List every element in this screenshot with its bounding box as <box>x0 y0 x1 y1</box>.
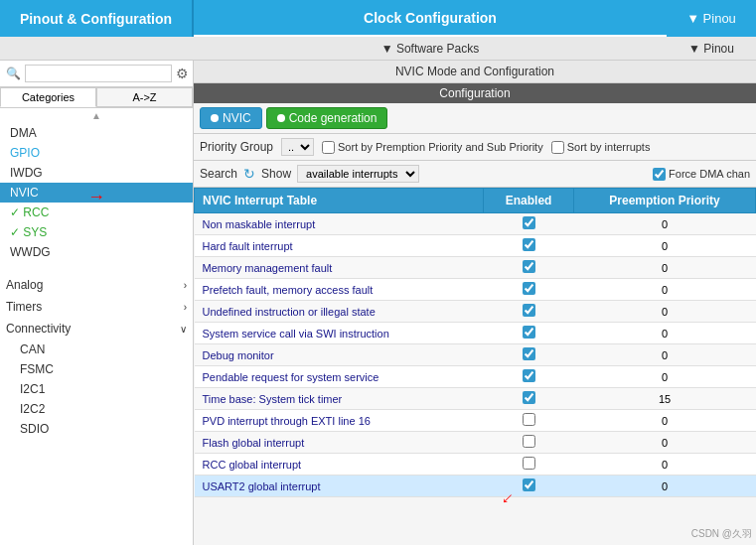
sort-interrupts-checkbox[interactable] <box>551 141 564 154</box>
enabled-checkbox[interactable] <box>523 304 535 317</box>
interrupt-name[interactable]: Non maskable interrupt <box>195 213 484 235</box>
main-layout: 🔍 ⚙ Categories A->Z ▲ DMA GPIO IWDG NVIC… <box>0 61 756 545</box>
clock-tab[interactable]: Clock Configuration <box>194 0 667 37</box>
sidebar-item-i2c2[interactable]: I2C2 <box>10 399 193 419</box>
refresh-icon[interactable]: ↻ <box>243 166 255 182</box>
interrupt-name[interactable]: Undefined instruction or illegal state <box>195 301 484 323</box>
enabled-cell[interactable] <box>484 454 574 476</box>
show-select[interactable]: available interrupts all interrupts <box>297 165 419 183</box>
software-packs-button[interactable]: ▼ Software Packs <box>194 37 667 60</box>
interrupt-name[interactable]: Time base: System tick timer <box>195 388 484 410</box>
sidebar-item-nvic[interactable]: NVIC <box>0 183 193 203</box>
interrupt-name[interactable]: Pendable request for system service <box>195 366 484 388</box>
content-area: NVIC Mode and Configuration Configuratio… <box>194 61 756 545</box>
table-row: Non maskable interrupt0 <box>195 213 756 235</box>
sidebar-item-fsmc[interactable]: FSMC <box>10 359 193 379</box>
sidebar-item-sdio[interactable]: SDIO <box>10 419 193 439</box>
connectivity-arrow-icon: ∨ <box>180 324 187 335</box>
table-row: USART2 global interrupt0 <box>195 476 756 497</box>
enabled-cell[interactable] <box>484 476 574 497</box>
enabled-checkbox[interactable] <box>523 260 535 273</box>
table-body: Non maskable interrupt0Hard fault interr… <box>195 213 756 497</box>
sidebar-group-connectivity[interactable]: Connectivity ∨ <box>0 318 193 340</box>
enabled-cell[interactable] <box>484 213 574 235</box>
sidebar-item-iwdg[interactable]: IWDG <box>0 163 193 183</box>
search-icon: 🔍 <box>6 67 21 80</box>
force-dma-check[interactable]: Force DMA chan <box>653 168 750 181</box>
enabled-checkbox[interactable] <box>523 457 535 470</box>
content-title: NVIC Mode and Configuration <box>194 61 756 83</box>
enabled-cell[interactable] <box>484 279 574 301</box>
table-row: Hard fault interrupt0 <box>195 235 756 257</box>
enabled-cell[interactable] <box>484 257 574 279</box>
connectivity-label: Connectivity <box>6 322 71 336</box>
table-header-row: NVIC Interrupt Table Enabled Preemption … <box>195 189 756 213</box>
sort-interrupts-check[interactable]: Sort by interrupts <box>551 141 651 154</box>
config-bar: Configuration <box>194 83 756 103</box>
tab-code-gen[interactable]: Code generation <box>266 107 388 129</box>
interrupt-name[interactable]: RCC global interrupt <box>195 454 484 476</box>
clock-label: Clock Configuration <box>364 10 497 26</box>
gear-icon[interactable]: ⚙ <box>176 66 189 81</box>
priority-group-select[interactable]: .. <box>281 138 314 156</box>
sort-premption-checkbox[interactable] <box>322 141 335 154</box>
interrupt-name[interactable]: Debug monitor <box>195 344 484 366</box>
interrupt-name[interactable]: Prefetch fault, memory access fault <box>195 279 484 301</box>
search-input[interactable] <box>25 65 172 82</box>
enabled-cell[interactable] <box>484 432 574 454</box>
sidebar-group-analog[interactable]: Analog › <box>0 274 193 296</box>
priority-cell: 0 <box>574 235 756 257</box>
enabled-cell[interactable] <box>484 301 574 323</box>
sidebar-item-wwdg[interactable]: WWDG <box>0 242 193 262</box>
interrupt-name[interactable]: Memory management fault <box>195 257 484 279</box>
table-wrapper: NVIC Interrupt Table Enabled Preemption … <box>194 188 756 545</box>
codegen-tab-label: Code generation <box>289 111 378 125</box>
sidebar-item-i2c1[interactable]: I2C1 <box>10 379 193 399</box>
enabled-cell[interactable] <box>484 235 574 257</box>
enabled-checkbox[interactable] <box>523 347 535 360</box>
scroll-up-icon[interactable]: ▲ <box>0 108 193 123</box>
enabled-checkbox[interactable] <box>523 238 535 251</box>
interrupt-name[interactable]: Hard fault interrupt <box>195 235 484 257</box>
enabled-cell[interactable] <box>484 323 574 344</box>
sort-premption-check[interactable]: Sort by Premption Priority and Sub Prior… <box>322 141 543 154</box>
show-label: Show <box>261 167 291 181</box>
enabled-checkbox[interactable] <box>523 391 535 404</box>
sidebar-item-rcc[interactable]: ✓ RCC <box>0 203 193 222</box>
enabled-checkbox[interactable] <box>523 478 535 491</box>
enabled-cell[interactable] <box>484 366 574 388</box>
sort-interrupts-label: Sort by interrupts <box>567 141 651 153</box>
enabled-checkbox[interactable] <box>523 435 535 448</box>
sidebar-item-dma[interactable]: DMA <box>0 123 193 143</box>
sidebar-item-can[interactable]: CAN <box>10 340 193 359</box>
interrupt-name[interactable]: Flash global interrupt <box>195 432 484 454</box>
table-row: Undefined instruction or illegal state0 <box>195 301 756 323</box>
priority-group-label: Priority Group <box>200 140 273 154</box>
enabled-cell[interactable] <box>484 388 574 410</box>
tab-categories[interactable]: Categories <box>0 87 96 107</box>
enabled-checkbox[interactable] <box>523 369 535 382</box>
analog-arrow-icon: › <box>184 280 187 291</box>
enabled-checkbox[interactable] <box>523 216 535 229</box>
pinout-tab[interactable]: Pinout & Configuration <box>0 0 194 37</box>
sidebar-item-gpio[interactable]: GPIO <box>0 143 193 163</box>
enabled-checkbox[interactable] <box>523 326 535 339</box>
interrupt-name[interactable]: System service call via SWI instruction <box>195 323 484 344</box>
enabled-checkbox[interactable] <box>523 413 535 426</box>
pinout-sub-label: ▼ Pinou <box>688 42 734 56</box>
sidebar-item-sys[interactable]: ✓ SYS <box>0 222 193 242</box>
sidebar-search-row: 🔍 ⚙ <box>0 61 193 87</box>
pinout-subheader[interactable]: ▼ Pinou <box>667 37 756 60</box>
connectivity-items: CAN FSMC I2C1 I2C2 SDIO <box>0 340 193 439</box>
tab-az[interactable]: A->Z <box>96 87 193 107</box>
tab-nvic[interactable]: NVIC <box>200 107 262 129</box>
nvic-dot <box>211 114 219 122</box>
enabled-cell[interactable] <box>484 410 574 432</box>
sidebar-group-timers[interactable]: Timers › <box>0 296 193 318</box>
analog-label: Analog <box>6 278 43 292</box>
force-dma-checkbox[interactable] <box>653 168 666 181</box>
enabled-checkbox[interactable] <box>523 282 535 295</box>
interrupt-name[interactable]: USART2 global interrupt <box>195 476 484 497</box>
enabled-cell[interactable] <box>484 344 574 366</box>
interrupt-name[interactable]: PVD interrupt through EXTI line 16 <box>195 410 484 432</box>
